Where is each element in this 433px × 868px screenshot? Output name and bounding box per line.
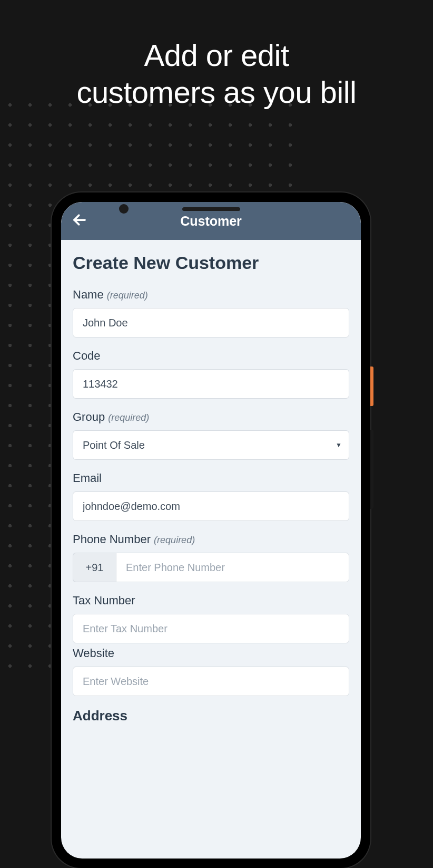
phone-device-mock: Customer Create New Customer Name (requi… xyxy=(52,192,370,868)
form-body: Create New Customer Name (required) Code… xyxy=(61,240,361,724)
tax-input[interactable] xyxy=(73,614,349,643)
field-website: Website xyxy=(73,647,349,696)
group-select[interactable]: Point Of Sale xyxy=(73,430,349,460)
field-group: Group (required) Point Of Sale ▼ xyxy=(73,410,349,460)
phone-speaker-icon xyxy=(182,207,240,211)
website-input[interactable] xyxy=(73,667,349,696)
required-indicator: (required) xyxy=(154,535,195,545)
field-tax: Tax Number xyxy=(73,594,349,643)
app-screen: Customer Create New Customer Name (requi… xyxy=(61,202,361,859)
code-input[interactable] xyxy=(73,369,349,399)
code-label: Code xyxy=(73,349,349,363)
email-input[interactable] xyxy=(73,491,349,521)
headline-line-1: Add or edit xyxy=(144,38,289,72)
required-indicator: (required) xyxy=(107,290,148,301)
page-title: Create New Customer xyxy=(73,253,349,273)
email-label: Email xyxy=(73,471,349,485)
phone-prefix[interactable]: +91 xyxy=(73,553,116,582)
tax-label: Tax Number xyxy=(73,594,349,607)
field-code: Code xyxy=(73,349,349,399)
group-label: Group (required) xyxy=(73,410,349,424)
name-label: Name (required) xyxy=(73,288,349,302)
name-input[interactable] xyxy=(73,308,349,337)
field-email: Email xyxy=(73,471,349,521)
required-indicator: (required) xyxy=(108,412,149,423)
address-section-title: Address xyxy=(73,708,349,724)
field-phone: Phone Number (required) +91 xyxy=(73,533,349,582)
marketing-headline: Add or edit customers as you bill xyxy=(0,0,433,110)
phone-camera-icon xyxy=(119,204,129,214)
website-label: Website xyxy=(73,647,349,660)
back-button[interactable] xyxy=(72,212,93,230)
arrow-left-icon xyxy=(72,212,87,230)
volume-button-icon xyxy=(370,430,373,509)
field-name: Name (required) xyxy=(73,288,349,337)
header-title: Customer xyxy=(61,214,361,229)
phone-label: Phone Number (required) xyxy=(73,533,349,546)
power-button-icon xyxy=(370,367,373,406)
headline-line-2: customers as you bill xyxy=(76,75,356,109)
phone-input[interactable] xyxy=(116,553,349,582)
